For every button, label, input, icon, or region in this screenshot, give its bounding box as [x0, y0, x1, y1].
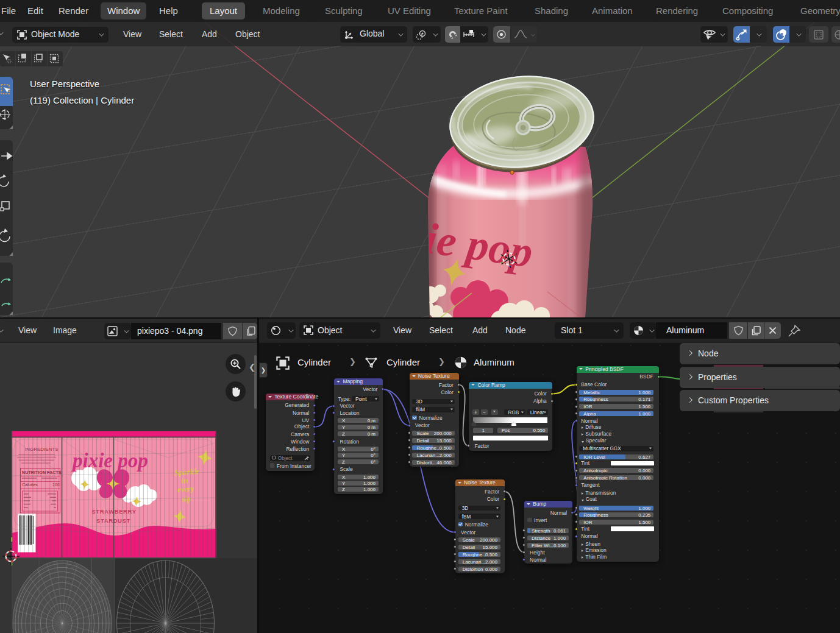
svg-text:NUTRITION FACTS: NUTRITION FACTS	[22, 470, 62, 475]
